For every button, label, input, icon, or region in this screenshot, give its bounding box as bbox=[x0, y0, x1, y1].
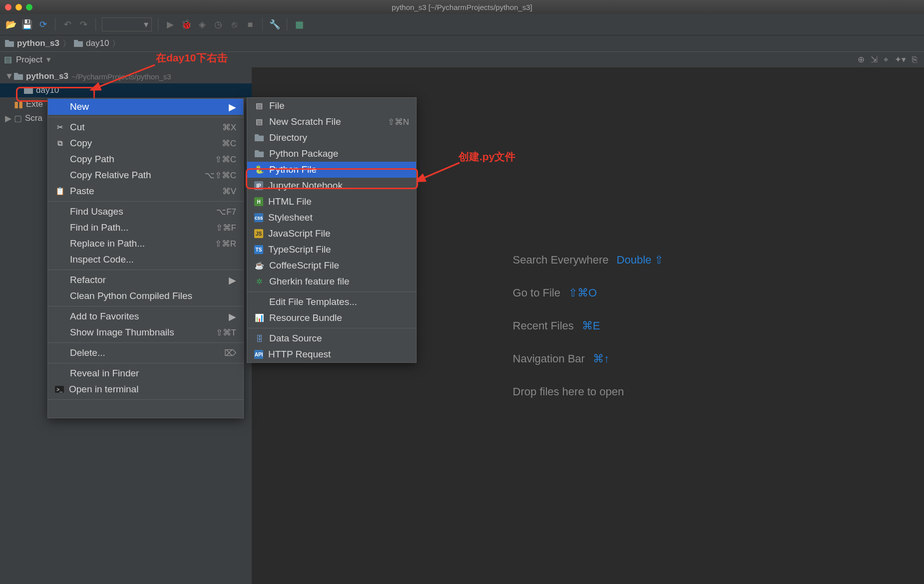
undo-icon[interactable]: ↶ bbox=[61, 18, 73, 30]
submenu-typescript-file[interactable]: TS TypeScript File bbox=[247, 242, 416, 258]
submenu-gherkin-feature-file[interactable]: ✲ Gherkin feature file bbox=[247, 274, 416, 290]
menu-reveal-in-finder[interactable]: Reveal in Finder bbox=[48, 365, 243, 381]
menu-cut[interactable]: ✂ Cut ⌘X bbox=[48, 119, 243, 135]
navigation-bar[interactable]: python_s3 〉 day10 〉 bbox=[0, 35, 924, 51]
menu-refactor[interactable]: Refactor ▶ bbox=[48, 272, 243, 288]
coverage-icon[interactable]: ◈ bbox=[196, 18, 208, 30]
welcome-recent-files-label: Recent Files bbox=[513, 309, 574, 342]
submenu-http-request[interactable]: API HTTP Request bbox=[247, 346, 416, 362]
menu-copy-shortcut: ⌘C bbox=[222, 138, 236, 149]
debug-icon[interactable]: 🐞 bbox=[180, 18, 192, 30]
redo-icon[interactable]: ↷ bbox=[77, 18, 89, 30]
project-root-label: python_s3 bbox=[26, 71, 68, 81]
ts-icon: TS bbox=[254, 245, 263, 254]
submenu-js-label: JavaScript File bbox=[268, 228, 331, 239]
submenu-data-source[interactable]: 🗄 Data Source bbox=[247, 330, 416, 346]
window-close-button[interactable] bbox=[5, 4, 11, 10]
submenu-data-source-label: Data Source bbox=[269, 333, 322, 344]
context-menu[interactable]: New ▶ ✂ Cut ⌘X ⧉ Copy ⌘C Copy Path ⇧⌘C C… bbox=[47, 98, 244, 418]
menu-refactor-label: Refactor bbox=[70, 275, 106, 286]
submenu-file[interactable]: ▤ File bbox=[247, 98, 416, 114]
chip-icon[interactable]: ▦ bbox=[293, 18, 305, 30]
settings-icon[interactable]: 🔧 bbox=[269, 18, 281, 30]
scratch-icon: ▢ bbox=[14, 113, 22, 124]
menu-replace-in-path[interactable]: Replace in Path... ⇧⌘R bbox=[48, 236, 243, 252]
submenu-html-file[interactable]: H HTML File bbox=[247, 194, 416, 210]
submenu-edit-file-templates[interactable]: Edit File Templates... bbox=[247, 294, 416, 310]
js-icon: JS bbox=[254, 229, 263, 238]
submenu-stylesheet[interactable]: css Stylesheet bbox=[247, 210, 416, 226]
main-toolbar: 📂 💾 ⟳ ↶ ↷ ▾ ▶ 🐞 ◈ ◷ ⎋ ■ 🔧 ▦ bbox=[0, 14, 924, 35]
folder-icon bbox=[74, 40, 83, 47]
menu-delete[interactable]: Delete... ⌦ bbox=[48, 345, 243, 361]
hide-icon[interactable]: ⎘ bbox=[912, 55, 917, 65]
run-config-combo[interactable]: ▾ bbox=[102, 17, 152, 31]
menu-clean-python[interactable]: Clean Python Compiled Files bbox=[48, 288, 243, 304]
menu-clean-python-label: Clean Python Compiled Files bbox=[70, 291, 192, 301]
menu-new[interactable]: New ▶ bbox=[48, 99, 243, 115]
submenu-new-scratch-file[interactable]: ▤ New Scratch File ⇧⌘N bbox=[247, 114, 416, 130]
run-icon[interactable]: ▶ bbox=[164, 18, 176, 30]
expand-arrow-icon[interactable]: ▼ bbox=[5, 71, 11, 81]
menu-show-image-thumbnails[interactable]: Show Image Thumbnails ⇧⌘T bbox=[48, 324, 243, 340]
menu-copy-path[interactable]: Copy Path ⇧⌘C bbox=[48, 151, 243, 167]
settings-gear-icon[interactable]: ✦▾ bbox=[895, 54, 906, 65]
menu-find-usages[interactable]: Find Usages ⌥F7 bbox=[48, 204, 243, 220]
submenu-arrow-icon: ▶ bbox=[229, 275, 236, 286]
welcome-go-to-file-label: Go to File bbox=[513, 277, 560, 309]
project-panel-label: Project bbox=[16, 55, 42, 65]
menu-copy-label: Copy bbox=[70, 138, 92, 149]
welcome-navigation-bar-label: Navigation Bar bbox=[513, 342, 585, 375]
project-tool-window-header[interactable]: ▤ Project ▾ ⊕ ⇲ ⌖ ✦▾ ⎘ bbox=[0, 51, 924, 67]
expand-arrow-icon[interactable]: ▶ bbox=[5, 113, 11, 124]
window-minimize-button[interactable] bbox=[15, 4, 22, 10]
project-icon: ▤ bbox=[4, 54, 12, 65]
scope-icon[interactable]: ⊕ bbox=[858, 54, 865, 65]
scratches-label: Scra bbox=[25, 113, 42, 123]
menu-open-in-terminal[interactable]: >_ Open in terminal bbox=[48, 381, 243, 397]
menu-more-hidden[interactable] bbox=[48, 402, 243, 418]
titlebar: python_s3 [~/PycharmProjects/python_s3] bbox=[0, 0, 924, 14]
submenu-directory-label: Directory bbox=[269, 132, 307, 143]
tree-folder-day10[interactable]: day10 bbox=[0, 83, 252, 97]
tree-root[interactable]: ▼ python_s3 ~/PycharmProjects/python_s3 bbox=[0, 69, 252, 83]
new-submenu[interactable]: ▤ File ▤ New Scratch File ⇧⌘N Directory … bbox=[247, 97, 417, 363]
menu-inspect-code-label: Inspect Code... bbox=[70, 254, 134, 265]
submenu-python-file[interactable]: 🐍 Python File bbox=[247, 162, 416, 178]
stop-icon[interactable]: ■ bbox=[244, 18, 256, 30]
folder-icon bbox=[24, 87, 33, 94]
concurrency-icon[interactable]: ⎋ bbox=[228, 18, 240, 30]
menu-copy[interactable]: ⧉ Copy ⌘C bbox=[48, 135, 243, 151]
menu-delete-shortcut: ⌦ bbox=[224, 348, 236, 358]
breadcrumb-root[interactable]: python_s3 bbox=[5, 38, 59, 48]
breadcrumb-child[interactable]: day10 bbox=[74, 38, 109, 48]
sync-icon[interactable]: ⟳ bbox=[37, 18, 49, 30]
submenu-resource-bundle[interactable]: 📊 Resource Bundle bbox=[247, 310, 416, 326]
welcome-search-everywhere-label: Search Everywhere bbox=[513, 244, 609, 277]
menu-inspect-code[interactable]: Inspect Code... bbox=[48, 252, 243, 268]
submenu-gherkin-label: Gherkin feature file bbox=[269, 276, 350, 287]
chevron-down-icon[interactable]: ▾ bbox=[46, 54, 51, 65]
python-file-icon: 🐍 bbox=[254, 165, 264, 175]
menu-copy-relative-path[interactable]: Copy Relative Path ⌥⇧⌘C bbox=[48, 167, 243, 183]
submenu-javascript-file[interactable]: JS JavaScript File bbox=[247, 226, 416, 242]
collapse-icon[interactable]: ⇲ bbox=[871, 54, 878, 65]
menu-add-to-favorites[interactable]: Add to Favorites ▶ bbox=[48, 308, 243, 324]
welcome-go-to-file-key: ⇧⌘O bbox=[568, 277, 597, 309]
html-icon: H bbox=[254, 197, 263, 206]
library-icon: ▮▮ bbox=[14, 99, 23, 110]
menu-find-in-path[interactable]: Find in Path... ⇧⌘F bbox=[48, 220, 243, 236]
submenu-python-package[interactable]: Python Package bbox=[247, 146, 416, 162]
menu-paste[interactable]: 📋 Paste ⌘V bbox=[48, 183, 243, 199]
submenu-coffeescript-file[interactable]: ☕ CoffeeScript File bbox=[247, 258, 416, 274]
menu-cut-label: Cut bbox=[70, 122, 85, 133]
submenu-stylesheet-label: Stylesheet bbox=[268, 212, 313, 223]
submenu-python-file-label: Python File bbox=[269, 164, 317, 175]
save-all-icon[interactable]: 💾 bbox=[21, 18, 33, 30]
submenu-directory[interactable]: Directory bbox=[247, 130, 416, 146]
window-maximize-button[interactable] bbox=[26, 4, 32, 10]
submenu-jupyter-notebook[interactable]: IP Jupyter Notebook bbox=[247, 178, 416, 194]
profile-icon[interactable]: ◷ bbox=[212, 18, 224, 30]
target-icon[interactable]: ⌖ bbox=[884, 55, 889, 65]
open-file-icon[interactable]: 📂 bbox=[5, 18, 17, 30]
